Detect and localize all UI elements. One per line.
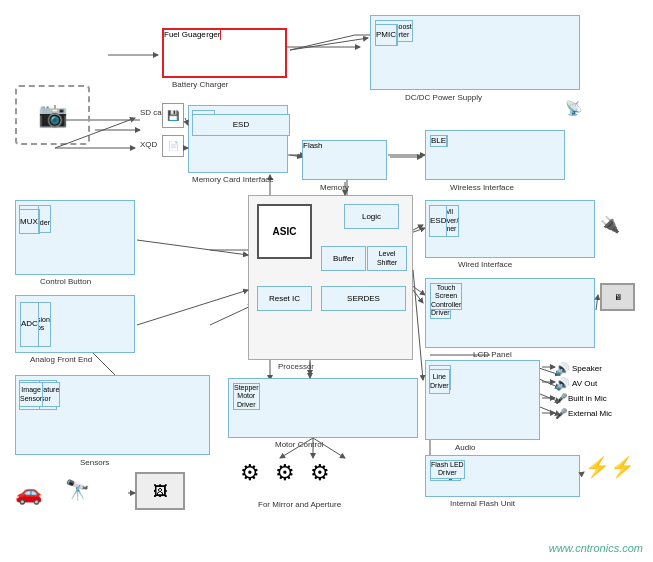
touch-screen-ctrl: TouchScreenController xyxy=(430,283,462,310)
wireless-label: Wireless Interface xyxy=(450,183,514,192)
svg-line-35 xyxy=(413,290,423,303)
sd-icon: 💾 xyxy=(162,103,184,128)
watermark: www.cntronics.com xyxy=(549,542,643,554)
svg-line-44 xyxy=(580,472,584,475)
battery-charger-group: Battery Charger Fuel Guage xyxy=(162,28,287,78)
asic: ASIC xyxy=(257,204,312,259)
adc: ADC xyxy=(20,302,39,347)
camera-icon: 📷 xyxy=(15,85,90,145)
esd2: ESD xyxy=(429,205,447,237)
control-label: Control Button xyxy=(40,277,91,286)
image-sensor: ImageSensor xyxy=(19,382,43,407)
usb-icon: 🔌 xyxy=(600,215,620,234)
fuel-gauge-box: Fuel Guage xyxy=(164,30,206,40)
lcd-group: LEDBackLightDriver TouchScreenController xyxy=(425,278,595,348)
svg-line-34 xyxy=(413,225,423,230)
motor-label: Motor Control xyxy=(275,440,323,449)
car-icon: 🚗 xyxy=(15,480,42,506)
stepper-motor: StepperMotorDriver xyxy=(233,383,260,410)
level-shifter2: LevelShifter xyxy=(367,246,407,271)
svg-line-48 xyxy=(596,295,598,310)
memory-label: Memory xyxy=(320,183,349,192)
builtin-mic-icon: 🎤 xyxy=(555,393,567,404)
flash-label: Internal Flash Unit xyxy=(450,499,515,508)
wired-group: USBCurrentLimit HDMIRedriver/Retimer ESD xyxy=(425,200,595,258)
mirror-label: For Mirror and Aperture xyxy=(258,500,341,509)
external-mic-icon: 🎤 xyxy=(555,408,567,419)
motor-group: BDCMotorDriver BLDCMotorDriver StepperMo… xyxy=(228,378,418,438)
control-group: I/OExpander MCU Logic MUX xyxy=(15,200,135,275)
processor-group: ASIC Logic Buffer LevelShifter Reset IC … xyxy=(248,195,413,360)
speaker-label: Speaker xyxy=(572,364,602,373)
flash-icon: ⚡⚡ xyxy=(585,455,635,479)
sensors-label: Sensors xyxy=(80,458,109,467)
svg-line-37 xyxy=(137,290,248,325)
analog-label: Analog Front End xyxy=(30,355,92,364)
ble: BLE xyxy=(430,135,447,147)
memory-group: DDR Flash xyxy=(302,140,387,180)
memory-card-group: LevelShifter LoadSwitch ESD xyxy=(188,105,288,173)
reset-ic: Reset IC xyxy=(257,286,312,311)
xqd-icon: 📄 xyxy=(162,135,184,157)
builtin-mic-label: Built in Mic xyxy=(568,394,607,403)
av-out-label: AV Out xyxy=(572,379,597,388)
diagram: 📷 Battery Charger Fuel Guage Battery Cha… xyxy=(0,0,653,562)
screen-icon: 🖥 xyxy=(600,283,635,311)
speaker-icon: 🔊 xyxy=(555,362,570,376)
dcdc-group: BuckConverter BoostConverter Buck-BoostC… xyxy=(370,15,580,90)
battery-charger-label: Battery Charger xyxy=(172,80,228,89)
flash: Flash xyxy=(303,141,323,151)
motor-icons: ⚙⚙⚙ xyxy=(240,460,345,486)
antenna-icon: 📡 xyxy=(565,100,582,116)
wired-label: Wired Interface xyxy=(458,260,512,269)
svg-line-10 xyxy=(210,305,253,325)
pmic: PMIC xyxy=(375,24,397,46)
analog-group: PrecisionAmps ADC xyxy=(15,295,135,353)
logic-proc: Logic xyxy=(344,204,399,229)
serdes: SERDES xyxy=(321,286,406,311)
svg-line-36 xyxy=(413,270,423,380)
photo-frame: 🖼 xyxy=(135,472,185,510)
xqd-label: XQD xyxy=(140,140,157,149)
dcdc-label: DC/DC Power Supply xyxy=(405,93,482,102)
line-driver: LineDriver xyxy=(429,369,450,394)
svg-line-30 xyxy=(290,155,302,157)
esd: ESD xyxy=(192,114,290,136)
svg-line-33 xyxy=(137,240,248,255)
flash-group: FlashCharger Flash LEDDriver xyxy=(425,455,580,497)
flash-led-driver: Flash LEDDriver xyxy=(430,460,465,479)
audio-group: AudioCodec AudioDAC LineDriver xyxy=(425,360,540,440)
sensors-group: AmbientLightSensor IR Sensor Logic Tempe… xyxy=(15,375,210,455)
memory-card-label: Memory Card Interface xyxy=(192,175,274,184)
buffer: Buffer xyxy=(321,246,366,271)
mux: MUX xyxy=(19,209,39,234)
lens-icon: 🔭 xyxy=(65,478,90,502)
audio-label: Audio xyxy=(455,443,475,452)
av-out-icon: 🔊 xyxy=(555,377,570,391)
svg-line-12 xyxy=(290,35,355,50)
lcd-label: LCD Panel xyxy=(473,350,512,359)
external-mic-label: External Mic xyxy=(568,409,612,418)
svg-line-39 xyxy=(290,38,368,50)
processor-label: Processor xyxy=(278,362,314,371)
wireless-group: WiFi NFC BLE xyxy=(425,130,565,180)
